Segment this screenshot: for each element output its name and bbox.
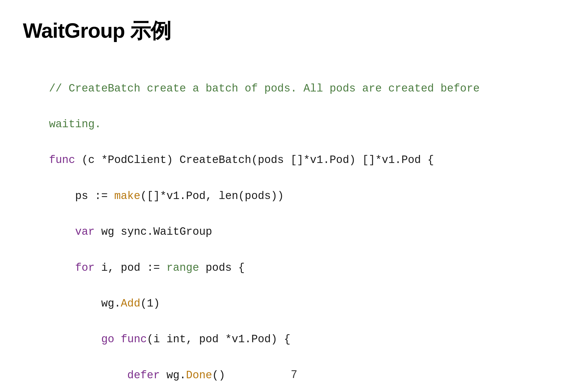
func-params: (pods []*v1.Pod) []*v1.Pod { [251,154,434,166]
keyword-var: var [49,226,95,238]
slide-title: WaitGroup 示例 [23,17,565,45]
page-number: 7 [291,368,297,381]
keyword-defer1: defer [49,369,160,381]
line-ps-indent: ps := [49,190,114,202]
func-signature-rest: (c *PodClient) [75,154,179,166]
line-go-rest: (i int, pod *v1.Pod) { [147,333,290,345]
slide-container: WaitGroup 示例 // CreateBatch create a bat… [0,0,588,392]
done-call: Done [186,369,212,381]
keyword-range: range [167,262,199,274]
func-name: CreateBatch [179,154,251,166]
comment-line2: waiting. [49,118,101,130]
code-block: // CreateBatch create a batch of pods. A… [23,62,565,392]
make-keyword: make [114,190,140,202]
line-var-rest: wg sync.WaitGroup [95,226,212,238]
line-wgadd: wg. [49,297,121,310]
line-for-rest: pods { [199,262,245,274]
keyword-func2: func [121,333,147,345]
add-call: Add [121,297,140,310]
add-args: (1) [140,297,160,310]
keyword-for: for [49,262,95,274]
keyword-go: go [49,333,114,345]
line-ps-rest: ([]*v1.Pod, len(pods)) [140,190,284,202]
keyword-func: func [49,154,75,166]
line-defer1-rest: wg. [160,369,186,381]
done-parens: () [212,369,225,381]
comment-line1: // CreateBatch create a batch of pods. A… [49,82,480,95]
line-for-i: i, pod := [95,262,167,274]
go-space [114,333,121,345]
